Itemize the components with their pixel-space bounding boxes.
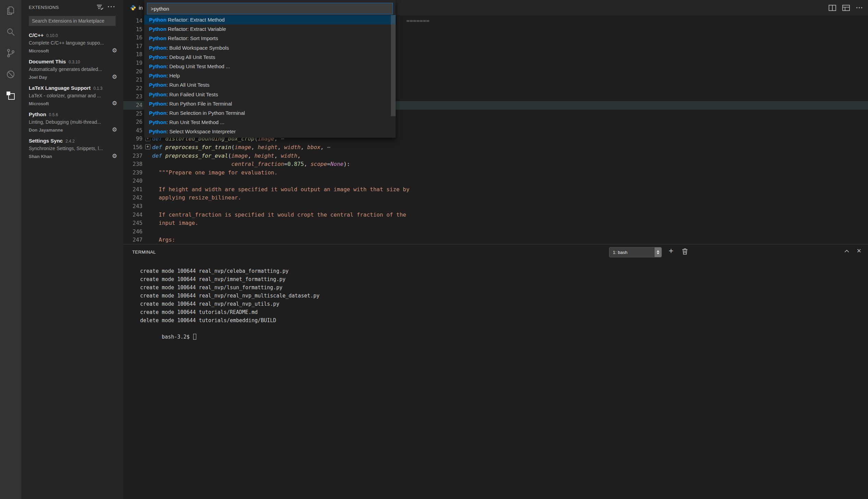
close-panel-icon[interactable]: ×	[857, 246, 861, 255]
extensions-search-input[interactable]	[29, 16, 116, 26]
vscode-window: EXTENSIONS ··· C/C++0.10.0Complete C/C++…	[0, 0, 868, 499]
terminal-prompt-line: bash-3.2$	[137, 325, 856, 333]
split-editor-icon[interactable]	[829, 4, 836, 11]
maximize-panel-icon[interactable]	[843, 248, 850, 255]
extension-version: 0.10.0	[46, 33, 58, 38]
extension-author: Shan Khan	[29, 154, 52, 159]
palette-item[interactable]: Python Refactor: Sort Imports	[144, 34, 396, 43]
line-number: 99	[123, 135, 143, 143]
palette-item[interactable]: Python: Help	[144, 71, 396, 80]
extension-name: LaTeX Language Support	[29, 85, 91, 91]
search-icon[interactable]	[0, 21, 21, 42]
extension-author: Microsoft	[29, 48, 49, 53]
extension-description: LaTeX - colorizer, grammar and ...	[29, 93, 117, 101]
line-number: 16	[123, 34, 143, 42]
palette-item[interactable]: Python: Debug All Unit Tests	[144, 52, 396, 62]
extensions-sidebar: EXTENSIONS ··· C/C++0.10.0Complete C/C++…	[21, 0, 123, 499]
palette-item[interactable]: Python: Run Failed Unit Tests	[144, 90, 396, 99]
new-terminal-icon[interactable]: +	[669, 246, 673, 256]
extension-item[interactable]: Document This0.3.10Automatically generat…	[21, 57, 123, 83]
palette-item[interactable]: Python: Run All Unit Tests	[144, 80, 396, 89]
terminal-line: create mode 100644 tutorials/README.md	[137, 308, 856, 316]
line-number: 245	[123, 219, 143, 228]
terminal-line: create mode 100644 real_nvp/lsun_formatt…	[137, 283, 856, 292]
command-palette: Python Refactor: Extract MethodPython Re…	[144, 0, 396, 138]
terminal-line: create mode 100644 real_nvp/celeba_forma…	[137, 267, 856, 275]
line-number: 26	[123, 118, 143, 126]
code-line: 245 input image.	[123, 219, 868, 228]
terminal-output[interactable]: create mode 100644 real_nvp/celeba_forma…	[137, 267, 856, 333]
palette-item[interactable]: Python: Run Python File in Terminal	[144, 99, 396, 108]
extension-version: 0.3.10	[69, 60, 80, 64]
editor-more-actions-icon[interactable]: ···	[856, 4, 863, 12]
code-line: 243	[123, 202, 868, 211]
palette-item[interactable]: Python: Debug Unit Test Method ...	[144, 62, 396, 71]
line-number: 246	[123, 228, 143, 236]
python-icon	[130, 5, 136, 11]
command-palette-input[interactable]	[147, 3, 393, 14]
extension-description: Automatically generates detailed...	[29, 66, 117, 75]
line-number: 19	[123, 59, 143, 68]
activity-bar	[0, 0, 21, 499]
filter-icon[interactable]	[97, 4, 103, 12]
line-number: 18	[123, 50, 143, 59]
terminal-line: create mode 100644 real_nvp/real_nvp_mul…	[137, 292, 856, 300]
palette-scrollbar[interactable]	[391, 15, 396, 116]
palette-item[interactable]: Python: Build Workspace Symbols	[144, 43, 396, 52]
extension-name: Document This	[29, 59, 66, 64]
editor-group: in ··· 14=======151617181920212223242526…	[123, 0, 868, 244]
code-line: 240	[123, 177, 868, 185]
code-line: 244 If central_fraction is specified it …	[123, 211, 868, 219]
extension-author: Joel Day	[29, 75, 47, 80]
extensions-icon[interactable]	[0, 85, 21, 106]
extension-item[interactable]: C/C++0.10.0Complete C/C++ language suppo…	[21, 30, 123, 57]
gear-icon[interactable]: ⚙	[112, 73, 117, 80]
panel-tab-terminal[interactable]: TERMINAL	[132, 250, 156, 255]
extension-item[interactable]: Settings Sync2.4.2Synchronize Settings, …	[21, 136, 123, 162]
fold-icon[interactable]: +	[145, 144, 150, 149]
line-number: 243	[123, 202, 143, 211]
extension-description: Complete C/C++ language suppo...	[29, 40, 117, 48]
line-number: 156	[123, 143, 143, 152]
palette-item[interactable]: Python Refactor: Extract Method	[144, 15, 396, 24]
palette-item[interactable]: Python: Run Unit Test Method ...	[144, 118, 396, 127]
code-line: 247 Args:	[123, 236, 868, 244]
extension-name: Python	[29, 111, 46, 117]
line-number: 24	[123, 101, 143, 110]
explorer-icon[interactable]	[0, 0, 21, 21]
extensions-list: C/C++0.10.0Complete C/C++ language suppo…	[21, 30, 123, 162]
gear-icon[interactable]: ⚙	[112, 126, 117, 133]
code-line: 237def preprocess_for_eval(image, height…	[123, 152, 868, 160]
palette-item[interactable]: Python Refactor: Extract Variable	[144, 24, 396, 34]
more-actions-icon[interactable]: ···	[108, 3, 116, 11]
terminal-cursor	[193, 334, 196, 340]
palette-item[interactable]: Python: Run Selection in Python Terminal	[144, 108, 396, 118]
gear-icon[interactable]: ⚙	[112, 47, 117, 54]
editor-actions: ···	[829, 3, 863, 12]
select-stepper-icon	[655, 247, 661, 257]
line-number: 20	[123, 68, 143, 76]
kill-terminal-icon[interactable]	[682, 248, 688, 255]
toggle-layout-icon[interactable]	[842, 4, 850, 11]
line-number: 45	[123, 126, 143, 135]
code-line: 242 applying resize_bilinear.	[123, 194, 868, 202]
extension-description: Linting, Debugging (multi-thread...	[29, 119, 117, 127]
extension-name: C/C++	[29, 32, 44, 38]
gear-icon[interactable]: ⚙	[112, 100, 117, 107]
line-number: 237	[123, 152, 143, 160]
code-line: 156+def preprocess_for_train(image, heig…	[123, 143, 868, 152]
terminal-line: delete mode 100644 tutorials/embedding/B…	[137, 316, 856, 325]
line-number: 14	[123, 17, 143, 25]
code-line: 246	[123, 228, 868, 236]
extension-item[interactable]: LaTeX Language Support0.1.3LaTeX - color…	[21, 83, 123, 109]
terminal-shell-select[interactable]: 1: bash	[609, 247, 662, 257]
extension-description: Synchronize Settings, Snippets, l...	[29, 146, 117, 154]
gear-icon[interactable]: ⚙	[112, 153, 117, 159]
tab-label: in	[139, 5, 143, 11]
debug-icon[interactable]	[0, 64, 21, 85]
extension-name: Settings Sync	[29, 138, 63, 144]
source-control-icon[interactable]	[0, 42, 21, 64]
extension-item[interactable]: Python0.5.6Linting, Debugging (multi-thr…	[21, 109, 123, 136]
terminal-prompt: bash-3.2$	[162, 334, 193, 340]
palette-item[interactable]: Python: Select Workspace Interpreter	[144, 127, 396, 136]
